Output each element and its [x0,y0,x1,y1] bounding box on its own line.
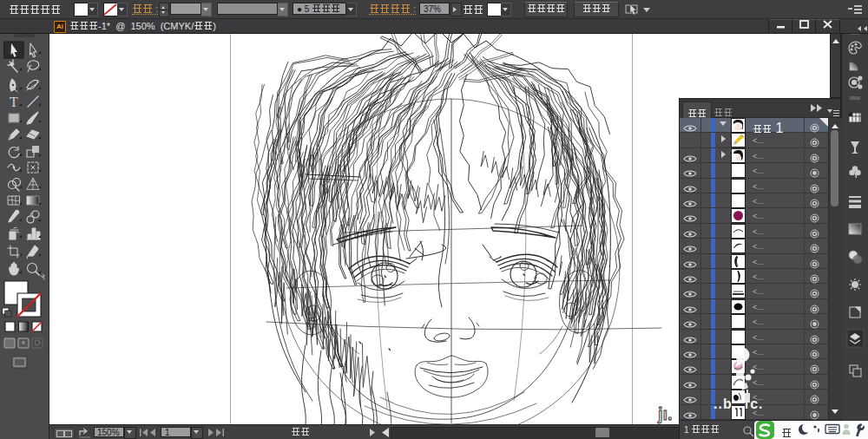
svg-text:jı.: jı. [657,404,673,423]
svg-text:T: T [10,95,18,109]
